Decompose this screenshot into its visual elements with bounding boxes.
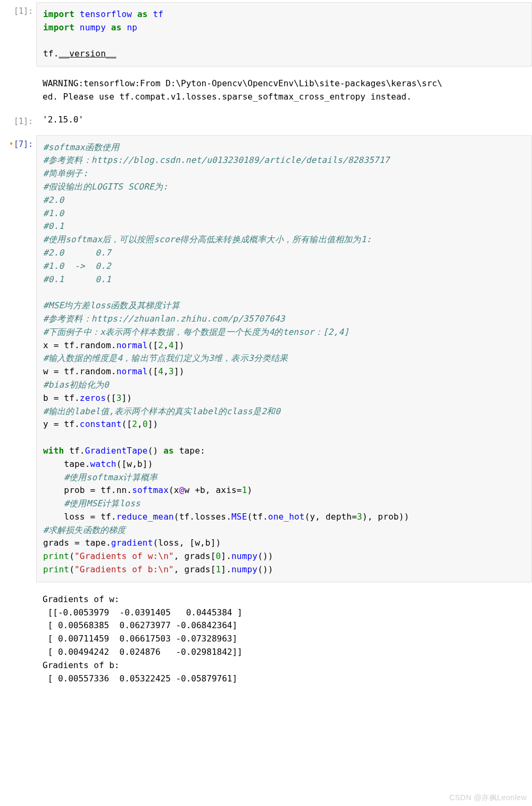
input-prompt-2: •[7]: — [0, 133, 36, 151]
output-cell-1: [1]: '2.15.0' — [0, 110, 532, 133]
cell2-stdout: Gradients of w: [[-0.0053979 -0.0391405 … — [36, 590, 532, 692]
code-input-1[interactable]: import tensorflow as tf import numpy as … — [36, 2, 532, 67]
cell1-stderr: WARNING:tensorflow:From D:\Pyton-Opencv\… — [36, 74, 532, 110]
code-cell-1: [1]: import tensorflow as tf import nump… — [0, 0, 532, 110]
unsaved-indicator-icon: • — [9, 139, 14, 149]
code-cell-2: •[7]: #softmax函数使用 #参考资料：https://blog.cs… — [0, 133, 532, 692]
output-prompt-1: [1]: — [0, 110, 36, 128]
cell1-result: '2.15.0' — [36, 110, 532, 133]
code-input-2[interactable]: #softmax函数使用 #参考资料：https://blog.csdn.net… — [36, 135, 532, 582]
input-prompt-1: [1]: — [0, 0, 36, 18]
